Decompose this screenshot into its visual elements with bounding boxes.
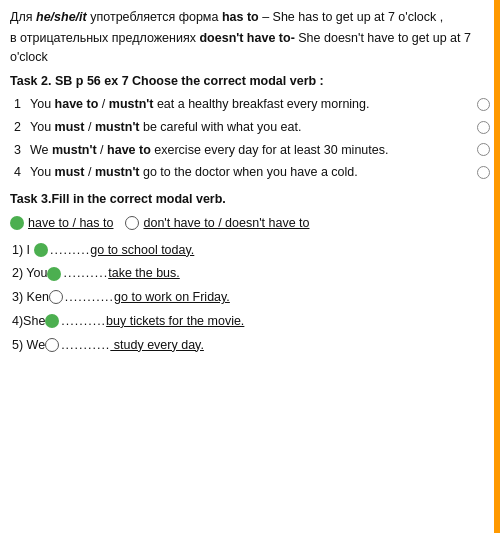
intro-line-1: Для he/she/it употребляется форма has to… <box>10 8 490 27</box>
intro-neg-form: doesn't have to- <box>199 31 294 45</box>
task3-item-1-rest: go to school today. <box>90 243 194 257</box>
legend-filled-circle <box>10 216 24 230</box>
task2-item-4: 4 You must / mustn't go to the doctor wh… <box>10 163 490 182</box>
task2-item-3-text: We mustn't / have to exercise every day … <box>30 141 471 160</box>
task3-item-3-circle[interactable] <box>49 290 63 304</box>
intro-dash: – She has to get up at 7 o'clock , <box>259 10 443 24</box>
task3-item-4-circle[interactable] <box>45 314 59 328</box>
task3-item-2-num: 2) You <box>12 264 47 283</box>
task3-item-1-dots: ......... <box>50 243 90 257</box>
task3-item-2-rest: take the bus. <box>108 266 180 280</box>
task3-item-4-rest: buy tickets for the movie. <box>106 314 244 328</box>
task2-item-2: 2 You must / mustn't be careful with wha… <box>10 118 490 137</box>
orange-sidebar-bar <box>494 0 500 533</box>
task2-title: Task 2. SB p 56 ex 7 Choose the correct … <box>10 72 490 91</box>
task3-item-1-num: 1) I <box>12 241 34 260</box>
task2-item-1-opt2: mustn't <box>109 97 154 111</box>
task3-item-3-dots: ........... <box>65 290 114 304</box>
task2-item-2-text: You must / mustn't be careful with what … <box>30 118 471 137</box>
task3-item-5-rest: study every day. <box>110 338 204 352</box>
legend-outline: don't have to / doesn't have to <box>125 214 309 233</box>
task2-item-3-opt1: mustn't <box>52 143 97 157</box>
task3-item-4: 4)She ..........buy tickets for the movi… <box>10 312 490 331</box>
task3-item-3-rest: go to work on Friday. <box>114 290 230 304</box>
task2-item-2-num: 2 <box>14 118 30 137</box>
legend-outline-circle <box>125 216 139 230</box>
task3-item-3-num: 3) Ken <box>12 288 49 307</box>
task3-item-2-circle[interactable] <box>47 267 61 281</box>
task2-item-3-opt2: have to <box>107 143 151 157</box>
task3-item-4-dots: .......... <box>61 314 106 328</box>
task2-item-1-radio[interactable] <box>477 98 490 111</box>
intro-neg-prefix: в отрицательных предложениях <box>10 31 199 45</box>
task2-item-2-opt1: must <box>55 120 85 134</box>
task3-item-2-dots: .......... <box>63 266 108 280</box>
intro-mid: употребляется форма <box>87 10 222 24</box>
task3-item-4-num: 4)She <box>12 312 45 331</box>
task3-item-4-text: ..........buy tickets for the movie. <box>61 312 490 331</box>
task2-item-4-opt2: mustn't <box>95 165 140 179</box>
task3-item-1-text: .........go to school today. <box>50 241 490 260</box>
task3-item-5-circle[interactable] <box>45 338 59 352</box>
task3-item-2-text: ..........take the bus. <box>63 264 490 283</box>
intro-prefix: Для <box>10 10 36 24</box>
task2-item-4-text: You must / mustn't go to the doctor when… <box>30 163 471 182</box>
task3-item-1-circle[interactable] <box>34 243 48 257</box>
task2-list: 1 You have to / mustn't eat a healthy br… <box>10 95 490 182</box>
task2-item-1: 1 You have to / mustn't eat a healthy br… <box>10 95 490 114</box>
task3-legend: have to / has to don't have to / doesn't… <box>10 214 490 233</box>
task2-item-3-radio[interactable] <box>477 143 490 156</box>
legend-filled-label: have to / has to <box>28 214 113 233</box>
legend-outline-label: don't have to / doesn't have to <box>143 214 309 233</box>
task2-item-3-num: 3 <box>14 141 30 160</box>
task2-item-4-opt1: must <box>55 165 85 179</box>
task3-item-3-text: ...........go to work on Friday. <box>65 288 490 307</box>
intro-form: has to <box>222 10 259 24</box>
task3-item-2: 2) You ..........take the bus. <box>10 264 490 283</box>
legend-filled: have to / has to <box>10 214 113 233</box>
task3-item-5-text: ........... study every day. <box>61 336 490 355</box>
task2-item-2-opt2: mustn't <box>95 120 140 134</box>
task2-item-4-radio[interactable] <box>477 166 490 179</box>
task2-item-1-text: You have to / mustn't eat a healthy brea… <box>30 95 471 114</box>
intro-line-2: в отрицательных предложениях doesn't hav… <box>10 29 490 67</box>
task3-item-3: 3) Ken ...........go to work on Friday. <box>10 288 490 307</box>
task3-item-1: 1) I .........go to school today. <box>10 241 490 260</box>
task2-item-4-num: 4 <box>14 163 30 182</box>
task2-item-1-opt1: have to <box>55 97 99 111</box>
intro-block: Для he/she/it употребляется форма has to… <box>10 8 490 66</box>
task3-title: Task 3.Fill in the correct modal verb. <box>10 190 490 209</box>
intro-pronouns: he/she/it <box>36 10 87 24</box>
task3-item-5-num: 5) We <box>12 336 45 355</box>
task2-item-2-radio[interactable] <box>477 121 490 134</box>
task3-list: 1) I .........go to school today. 2) You… <box>10 241 490 355</box>
task3-item-5: 5) We ........... study every day. <box>10 336 490 355</box>
task2-item-1-num: 1 <box>14 95 30 114</box>
task2-item-3: 3 We mustn't / have to exercise every da… <box>10 141 490 160</box>
task3-item-5-dots: ........... <box>61 338 110 352</box>
